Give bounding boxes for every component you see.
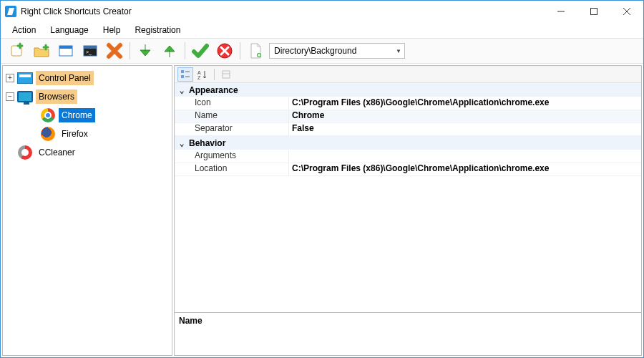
ccleaner-icon — [17, 145, 33, 160]
document-button[interactable] — [245, 40, 266, 62]
svg-rect-13 — [223, 71, 230, 78]
maximize-button[interactable] — [577, 1, 610, 22]
firefox-icon — [40, 126, 56, 142]
svg-rect-5 — [84, 46, 97, 49]
tree-node-control-panel[interactable]: + Control Panel — [6, 69, 170, 87]
app-window: Right Click Shortcuts Creator Action Lan… — [0, 0, 644, 358]
new-item-button[interactable] — [6, 40, 28, 62]
app-icon — [5, 6, 16, 17]
window-title: Right Click Shortcuts Creator — [21, 6, 132, 16]
prop-key: Name — [175, 110, 289, 122]
chrome-icon — [40, 107, 56, 123]
prop-value[interactable] — [289, 150, 641, 163]
properties-panel: AZ ⌄ Appearance Icon C:\Program Files (x… — [174, 65, 642, 356]
expander-plus-icon[interactable]: + — [6, 74, 14, 82]
toolbar-separator — [130, 42, 130, 59]
menubar: Action Language Help Registration — [1, 22, 643, 38]
property-help-panel: Name — [175, 312, 641, 355]
category-behavior[interactable]: ⌄ Behavior — [175, 136, 641, 150]
prop-key: Separator — [175, 123, 289, 135]
chevron-down-icon[interactable]: ⌄ — [177, 85, 186, 95]
categorized-view-button[interactable] — [177, 67, 193, 82]
prop-key: Location — [175, 163, 289, 175]
property-grid-toolbar: AZ — [175, 66, 641, 83]
tree-node-browsers[interactable]: − Browsers — [6, 87, 170, 106]
prop-key: Icon — [175, 97, 289, 110]
toolbar-separator — [214, 69, 215, 80]
tree-panel[interactable]: + Control Panel − Browsers — [2, 65, 172, 356]
menu-action[interactable]: Action — [5, 23, 43, 37]
apply-button[interactable] — [190, 40, 211, 62]
cancel-button[interactable] — [214, 40, 235, 62]
monitor-icon — [17, 89, 33, 105]
tree-node-ccleaner[interactable]: CCleaner — [6, 143, 170, 162]
svg-rect-9 — [181, 70, 184, 73]
category-appearance[interactable]: ⌄ Appearance — [175, 83, 641, 97]
prop-value[interactable]: False — [289, 123, 641, 135]
prop-row-name[interactable]: Name Chrome — [175, 110, 641, 123]
svg-rect-3 — [59, 46, 72, 49]
property-pages-button[interactable] — [218, 67, 234, 82]
prop-value[interactable]: C:\Program Files (x86)\Google\Chrome\App… — [289, 163, 641, 175]
svg-rect-10 — [181, 75, 184, 78]
svg-text:>_: >_ — [86, 49, 92, 55]
tree-node-chrome[interactable]: Chrome — [17, 106, 170, 125]
expander-none — [29, 111, 37, 120]
window-button[interactable] — [55, 40, 77, 62]
chevron-down-icon: ▼ — [396, 48, 401, 54]
minimize-button[interactable] — [545, 1, 577, 22]
context-combo-value: Directory\Background — [274, 46, 356, 56]
expander-minus-icon[interactable]: − — [6, 92, 14, 101]
alphabetical-view-button[interactable]: AZ — [195, 67, 210, 82]
svg-rect-0 — [591, 9, 597, 15]
menu-language[interactable]: Language — [43, 23, 95, 37]
prop-row-arguments[interactable]: Arguments — [175, 150, 641, 163]
toolbar-separator — [185, 42, 185, 59]
chevron-down-icon[interactable]: ⌄ — [177, 138, 186, 148]
control-panel-icon — [17, 70, 33, 86]
property-grid-rows: ⌄ Appearance Icon C:\Program Files (x86)… — [175, 83, 641, 312]
menu-help[interactable]: Help — [96, 23, 128, 37]
titlebar: Right Click Shortcuts Creator — [1, 1, 643, 22]
tree-node-firefox[interactable]: Firefox — [17, 125, 170, 143]
prop-key: Arguments — [175, 150, 289, 163]
tree-label: Firefox — [59, 127, 91, 141]
expander-none — [29, 130, 37, 138]
body: + Control Panel − Browsers — [1, 64, 643, 357]
close-button[interactable] — [610, 1, 643, 22]
console-button[interactable]: >_ — [79, 40, 101, 62]
prop-row-separator[interactable]: Separator False — [175, 123, 641, 136]
tree-label: Chrome — [59, 108, 95, 122]
property-help-title: Name — [179, 316, 637, 326]
svg-text:Z: Z — [197, 75, 201, 79]
prop-value[interactable]: Chrome — [289, 110, 641, 122]
toolbar-separator — [240, 42, 240, 59]
menu-registration[interactable]: Registration — [127, 23, 187, 37]
context-combo[interactable]: Directory\Background ▼ — [269, 43, 405, 59]
tree-label: Control Panel — [36, 71, 94, 85]
expander-none — [6, 148, 14, 157]
tree-label: CCleaner — [36, 145, 78, 160]
tree-label: Browsers — [36, 90, 77, 104]
category-label: Appearance — [189, 85, 238, 95]
category-label: Behavior — [189, 138, 225, 148]
move-down-button[interactable] — [135, 40, 156, 62]
prop-value[interactable]: C:\Program Files (x86)\Google\Chrome\App… — [289, 97, 641, 110]
prop-row-location[interactable]: Location C:\Program Files (x86)\Google\C… — [175, 163, 641, 176]
prop-row-icon[interactable]: Icon C:\Program Files (x86)\Google\Chrom… — [175, 97, 641, 110]
move-up-button[interactable] — [159, 40, 180, 62]
toolbar: >_ Directory\Background ▼ — [1, 38, 643, 64]
new-folder-button[interactable] — [31, 40, 52, 62]
svg-text:A: A — [197, 70, 201, 75]
property-grid: AZ ⌄ Appearance Icon C:\Program Files (x… — [174, 65, 642, 356]
delete-button[interactable] — [104, 40, 125, 62]
